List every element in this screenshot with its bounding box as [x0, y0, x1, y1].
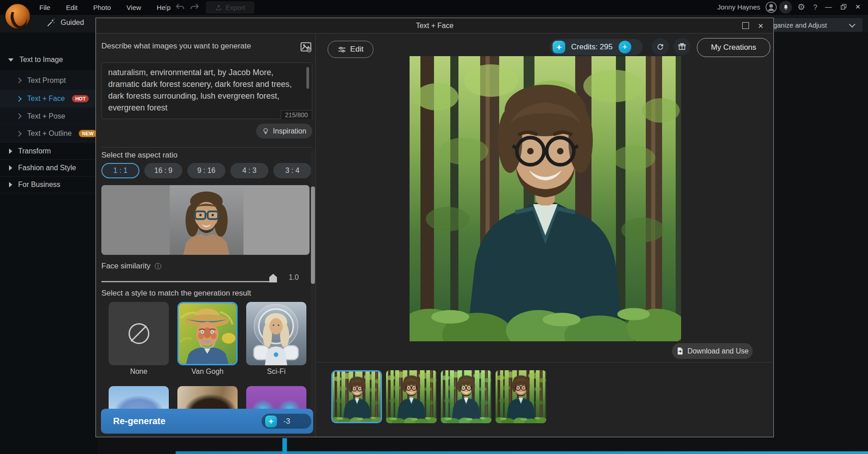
chevron-right-icon [16, 77, 22, 83]
undo-icon[interactable] [174, 2, 186, 12]
sidebar-group-transform[interactable]: Transform [0, 143, 98, 160]
user-avatar-icon[interactable] [765, 1, 777, 13]
sidebar-item-label: Text + Outline [27, 129, 72, 138]
export-button[interactable]: Export [206, 1, 254, 14]
add-credits-button[interactable]: + [619, 41, 631, 53]
thumbnail-image [386, 370, 437, 423]
redo-icon[interactable] [189, 2, 201, 12]
aspect-option-16-9[interactable]: 16 : 9 [144, 163, 182, 178]
style-label-sci-fi: Sci-Fi [246, 368, 306, 376]
sidebar-group-label: Fashion and Style [18, 164, 76, 172]
window-titlebar[interactable]: File Edit Photo View Help Export Jonny H… [0, 0, 868, 15]
close-window-icon[interactable]: × [855, 0, 860, 14]
style-card-van-gogh[interactable] [177, 302, 238, 365]
result-thumbnail-3[interactable] [441, 370, 491, 423]
section-divider [101, 147, 312, 148]
generated-image-preview[interactable] [410, 56, 681, 341]
my-creations-button[interactable]: My Creations [697, 38, 770, 57]
style-label-none: None [109, 368, 169, 376]
credits-pill: Credits: 295 + [550, 39, 643, 55]
aspect-option-1-1[interactable]: 1 : 1 [101, 163, 139, 178]
wand-icon [46, 18, 55, 27]
sidebar-item-text-face[interactable]: Text + Face HOT [0, 90, 98, 108]
gift-icon[interactable] [673, 38, 691, 55]
sidebar-item-label: Text Prompt [27, 76, 66, 85]
face-similarity-slider-thumb[interactable] [269, 274, 277, 282]
edit-button[interactable]: Edit [328, 41, 373, 58]
textarea-scrollbar[interactable] [306, 67, 309, 89]
dialog-titlebar[interactable]: Text + Face [96, 18, 773, 33]
thumbnail-strip-divider [316, 362, 773, 363]
maximize-dialog-icon[interactable] [742, 22, 749, 29]
collapsed-triangle-icon [9, 148, 12, 154]
settings-gear-icon[interactable]: ⚙ [797, 0, 805, 14]
sidebar-item-text-pose[interactable]: Text + Pose [0, 108, 98, 125]
inspiration-button[interactable]: Inspiration [256, 124, 312, 139]
download-use-icon [676, 347, 684, 355]
style-card-partial-3[interactable] [246, 386, 306, 409]
edit-label: Edit [350, 45, 363, 54]
aspect-option-4-3[interactable]: 4 : 3 [230, 163, 268, 178]
regenerate-label: Re-generate [113, 416, 166, 426]
result-thumbnail-1[interactable] [331, 370, 382, 423]
style-card-sci-fi[interactable] [246, 302, 306, 365]
image-reference-icon[interactable] [300, 41, 312, 53]
guided-tab[interactable]: Guided [46, 18, 84, 27]
result-thumbnail-4[interactable] [496, 370, 546, 423]
sidebar-group-fashion-style[interactable]: Fashion and Style [0, 160, 98, 177]
aspect-option-3-4[interactable]: 3 : 4 [273, 163, 311, 178]
close-dialog-icon[interactable]: × [758, 19, 763, 33]
sidebar-item-label: Text + Face [27, 95, 65, 103]
regenerate-button[interactable]: Re-generate -3 [101, 409, 313, 434]
hot-badge: HOT [72, 95, 89, 102]
style-card-partial-1[interactable] [109, 386, 169, 409]
organize-adjust-dropdown[interactable]: Organize and Adjust [758, 18, 863, 32]
sidebar-item-label: Text + Pose [27, 112, 65, 120]
style-card-partial-2[interactable] [177, 386, 238, 409]
menu-edit[interactable]: Edit [59, 0, 85, 14]
menu-view[interactable]: View [120, 0, 148, 14]
credit-gem-icon [265, 416, 277, 427]
menu-photo[interactable]: Photo [86, 0, 118, 14]
preview-pad-right [243, 185, 310, 255]
lightbulb-icon [262, 127, 269, 135]
sliders-icon [338, 46, 346, 53]
face-similarity-slider-track[interactable] [101, 281, 277, 282]
info-icon[interactable]: ⓘ [155, 262, 162, 271]
minimize-window-icon[interactable]: — [825, 0, 832, 14]
export-icon [215, 4, 222, 11]
none-slash-icon [129, 323, 149, 344]
new-badge: NEW [79, 130, 97, 137]
face-reference-preview[interactable] [101, 185, 310, 255]
style-card-none[interactable] [109, 302, 169, 365]
guided-label: Guided [61, 19, 84, 27]
panel-scrollbar-thumb[interactable] [311, 186, 315, 284]
user-name[interactable]: Jonny Haynes [717, 0, 760, 14]
sidebar-group-label: Transform [18, 147, 51, 155]
sidebar-group-text-to-image[interactable]: Text to Image [0, 49, 98, 71]
canvas-cursor-mark [282, 438, 287, 454]
text-face-dialog: Text + Face × Describe what images you w… [95, 18, 774, 437]
help-icon[interactable]: ? [813, 1, 817, 14]
thumbnail-image [496, 370, 546, 423]
collapsed-triangle-icon [9, 165, 12, 171]
van-gogh-style-image [179, 303, 236, 364]
chevron-right-icon [16, 131, 22, 137]
download-label: Download and Use [687, 347, 749, 355]
chevron-down-icon [849, 21, 855, 28]
expanded-triangle-icon [8, 58, 14, 62]
sidebar-group-label: For Business [18, 181, 60, 189]
sidebar-item-text-prompt[interactable]: Text Prompt [0, 71, 98, 90]
organize-label: Organize and Adjust [766, 21, 827, 29]
download-and-use-button[interactable]: Download and Use [672, 343, 753, 359]
menu-file[interactable]: File [33, 0, 57, 14]
app-logo [5, 3, 31, 29]
sidebar-item-text-outline[interactable]: Text + Outline NEW [0, 125, 98, 143]
refresh-credits-icon[interactable] [652, 38, 669, 55]
thumbnail-image [333, 372, 382, 423]
aspect-option-9-16[interactable]: 9 : 16 [187, 163, 225, 178]
face-similarity-label: Face similarity [101, 262, 151, 271]
notifications-bell-icon[interactable] [779, 1, 792, 14]
result-thumbnail-2[interactable] [386, 370, 437, 423]
sidebar-group-for-business[interactable]: For Business [0, 177, 98, 193]
